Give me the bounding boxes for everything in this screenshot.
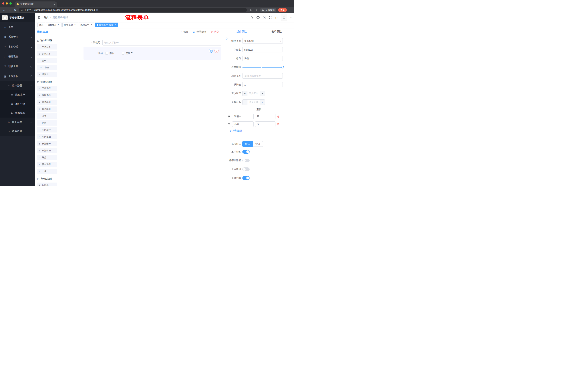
option-value-input[interactable] (255, 114, 275, 119)
browser-update-button[interactable]: 更新 (278, 8, 287, 12)
palette-item[interactable]: ⊡ 密码 (37, 58, 57, 63)
slider-handle[interactable] (282, 66, 284, 68)
canvas-field-gender-selected[interactable]: 性别 选项一 选项二 (84, 47, 221, 60)
palette-item[interactable]: ▦ 日期选择 (37, 141, 57, 146)
tag-process-form[interactable]: 流程表单 × (79, 22, 94, 27)
tag-close-icon[interactable]: × (74, 24, 76, 26)
title-input[interactable] (242, 56, 283, 61)
palette-item[interactable]: 123 计数器 (37, 65, 57, 70)
avatar-caret-icon[interactable]: ▾ (290, 16, 292, 19)
decrease-button[interactable]: − (242, 91, 247, 96)
palette-item[interactable]: ◉ 单选框组 (37, 100, 57, 105)
tag-home[interactable]: 首页 (37, 22, 45, 27)
palette-item[interactable]: ◕ 时间范围 (37, 134, 57, 139)
tag-process-definition[interactable]: 流程定义 × (46, 22, 62, 27)
palette-item[interactable]: ↥ 上传 (37, 169, 57, 174)
palette-item[interactable]: ⊙ 下拉选择 (37, 86, 57, 91)
sidebar-item-devtools[interactable]: ⚒ 研发工具 (0, 62, 35, 71)
sidebar-item-user-group[interactable]: ☻ 用户分组 (0, 99, 35, 108)
option-style-button-button[interactable]: 按钮 (253, 141, 263, 147)
reload-icon[interactable]: ↻ (13, 8, 18, 12)
disabled-switch[interactable] (242, 167, 250, 171)
palette-item[interactable]: ◑ 颜色选择 (37, 162, 57, 167)
remove-option-icon[interactable]: ⊖ (277, 123, 279, 126)
tag-close-icon[interactable]: × (57, 24, 60, 26)
palette-item[interactable]: ▤ 多行文本 (37, 51, 57, 56)
palette-item[interactable]: ✎ 编辑器 (37, 72, 57, 77)
copy-field-button[interactable] (209, 49, 213, 53)
bookmark-star-icon[interactable]: ☆ (254, 8, 258, 12)
tag-close-icon[interactable]: × (114, 24, 116, 26)
tag-close-icon[interactable]: × (90, 24, 93, 26)
sidebar-item-task-management[interactable]: ⋔ 任务管理 (0, 117, 35, 127)
github-icon[interactable] (257, 16, 260, 19)
component-type-select[interactable]: ▾ (242, 38, 283, 44)
breadcrumb-home[interactable]: 首页 (44, 16, 49, 19)
sidebar-item-process-management[interactable]: ≡ 流程管理 (0, 81, 35, 90)
tab-form-props[interactable]: 表单属性 (259, 28, 294, 35)
security-label[interactable]: 不安全 (24, 9, 31, 12)
form-grid-slider[interactable] (242, 67, 283, 67)
window-minimize-button[interactable] (6, 2, 8, 5)
fullscreen-icon[interactable] (269, 16, 272, 19)
delete-field-button[interactable] (214, 49, 219, 53)
sidebar-item-infrastructure[interactable]: ▢ 基础设施 (0, 52, 35, 62)
sidebar-item-process-form[interactable]: ▤ 流程表单 (0, 90, 35, 99)
remove-option-icon[interactable]: ⊖ (277, 115, 279, 118)
palette-item[interactable]: ↔ 滑块 (37, 120, 57, 126)
tab-close-icon[interactable]: × (53, 3, 55, 6)
tag-process-form-edit[interactable]: 流程表单-编辑 × (95, 22, 118, 27)
option-drag-icon[interactable] (228, 115, 231, 118)
password-key-icon[interactable] (249, 9, 253, 11)
field-name-input[interactable] (242, 47, 283, 53)
sidebar-toggle-button[interactable] (37, 16, 41, 19)
palette-item[interactable]: ◔ 时间选择 (37, 127, 57, 132)
new-tab-button[interactable]: + (59, 0, 61, 7)
browser-tab[interactable]: 芋道管理系统 × (15, 1, 57, 7)
sidebar-item-payment[interactable]: ¥ 支付管理 (0, 42, 35, 52)
font-size-icon[interactable]: TT (275, 16, 278, 19)
back-icon[interactable]: ← (2, 9, 7, 12)
option-style-default-button[interactable]: 默认 (242, 141, 253, 147)
sidebar-item-system[interactable]: ⚙ 系统管理 (0, 32, 35, 42)
tag-process-model[interactable]: 流程模型 × (63, 22, 78, 27)
forward-icon[interactable]: → (7, 9, 12, 12)
min-select-input[interactable]: 至少应选 (247, 91, 260, 96)
option-label-input[interactable] (232, 114, 254, 119)
add-option-button[interactable]: ⊕ 添加选项 (230, 129, 290, 132)
label-width-input[interactable] (242, 73, 283, 79)
url-text[interactable]: dashboard.yudao.iocoder.cn/bpm/manager/f… (34, 9, 98, 11)
clear-button[interactable]: 清空 (210, 30, 219, 33)
palette-item[interactable]: ☆ 评分 (37, 155, 57, 160)
increase-button[interactable]: + (260, 91, 265, 96)
option-drag-icon[interactable] (228, 123, 231, 126)
palette-item[interactable]: ☑ 多选框组 (37, 106, 57, 112)
canvas-field-phone[interactable]: 手机号 (84, 40, 221, 45)
incognito-badge[interactable]: 无痕模式 (260, 8, 276, 12)
sidebar-item-home[interactable]: ⌂ 首页 (0, 22, 35, 32)
palette-item[interactable]: ▣ 行容器 (37, 182, 57, 186)
window-close-button[interactable] (2, 2, 4, 5)
show-label-switch[interactable] (242, 150, 250, 154)
browser-menu-icon[interactable]: ⋮ (289, 8, 292, 12)
palette-item[interactable]: ◐ 开关 (37, 113, 57, 119)
default-value-input[interactable] (242, 82, 283, 87)
sidebar-item-workflow[interactable]: ▣ 工作流程 (0, 71, 35, 81)
border-switch[interactable] (242, 159, 250, 162)
palette-item[interactable]: ⋔ 级联选择 (37, 93, 57, 98)
window-zoom-button[interactable] (10, 2, 12, 5)
tab-component-props[interactable]: 组件属性 (224, 28, 259, 35)
save-button[interactable]: ✓ 保存 (180, 30, 188, 33)
link-icon[interactable] (225, 37, 228, 41)
search-icon[interactable] (250, 16, 253, 19)
checkbox-option[interactable]: 选项一 (105, 52, 117, 55)
avatar[interactable] (281, 14, 287, 21)
component-type-value[interactable] (242, 38, 283, 44)
address-bar[interactable]: ⚠ 不安全 | dashboard.yudao.iocoder.cn/bpm/m… (19, 8, 247, 12)
view-json-button[interactable]: 查看json (193, 30, 206, 33)
option-value-input[interactable] (255, 121, 275, 127)
palette-item[interactable]: ▭ 单行文本 (37, 44, 57, 50)
sidebar-item-leave-query[interactable]: ☺ 请假查询 (0, 127, 35, 136)
max-select-input[interactable]: 最多可选 (247, 100, 260, 105)
help-icon[interactable]: ? (263, 16, 266, 19)
